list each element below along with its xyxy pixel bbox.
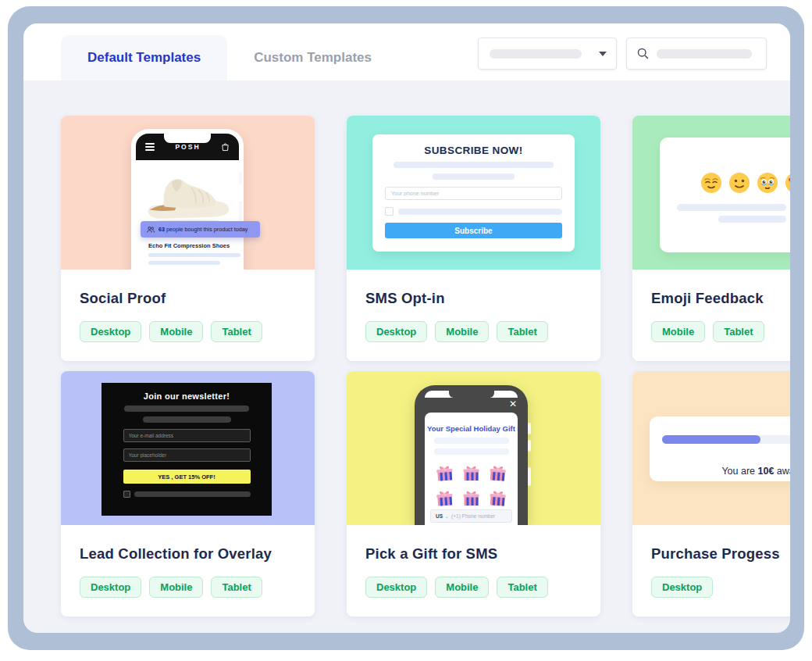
country-code[interactable]: US	[436, 513, 443, 519]
dropdown-value-skeleton	[490, 49, 582, 59]
close-icon[interactable]: ✕	[509, 399, 517, 409]
search-input[interactable]	[626, 38, 767, 70]
device-badges: Desktop Mobile Tablet	[80, 577, 296, 598]
emoji-row	[700, 172, 790, 194]
pleading-face-emoji[interactable]	[757, 172, 778, 194]
shopping-bag-icon	[221, 142, 230, 152]
template-card-social-proof[interactable]: POSH	[61, 116, 315, 361]
banner-text: 63 people bought this product today	[158, 226, 248, 233]
app-screen: Default Templates Custom Templates	[23, 23, 790, 633]
newsletter-modal: Join our newsletter! YES , GET 15% OFF!	[102, 383, 272, 516]
lead-collection-preview: Join our newsletter! YES , GET 15% OFF!	[61, 371, 315, 525]
gift-box-emoji[interactable]	[487, 487, 508, 509]
template-card-emoji-feedback[interactable]: Emoji Feedback Mobile Tablet	[632, 116, 790, 361]
text-skeleton	[433, 173, 515, 180]
template-card-sms-opt-in[interactable]: SUBSCRIBE NOW! Subscribe SMS Opt-in	[347, 116, 600, 361]
badge-tablet: Tablet	[497, 321, 547, 342]
phone-notch	[164, 134, 211, 143]
device-badges: Mobile Tablet	[651, 321, 790, 342]
text-skeleton	[143, 416, 231, 423]
gift-box-emoji[interactable]	[461, 488, 481, 508]
phone-number-input[interactable]: US ⌄ (+1) Phone number	[430, 509, 512, 523]
card-footer: SMS Opt-in Desktop Mobile Tablet	[347, 270, 600, 361]
text-skeleton	[394, 162, 554, 168]
phone-side-button	[528, 423, 531, 434]
badge-desktop: Desktop	[80, 321, 141, 342]
emoji-feedback-preview	[632, 116, 790, 270]
device-badges: Desktop Mobile Tablet	[365, 577, 582, 598]
feedback-panel	[660, 138, 790, 252]
badge-mobile: Mobile	[651, 321, 705, 342]
text-skeleton	[677, 204, 786, 211]
card-footer: Purchase Progess Desktop	[632, 525, 790, 616]
product-name: Echo Fit Compression Shoes	[148, 242, 230, 249]
slightly-smiling-face-emoji[interactable]	[728, 172, 750, 194]
subscribe-form: SUBSCRIBE NOW! Subscribe	[372, 134, 575, 252]
offer-button[interactable]: YES , GET 15% OFF!	[123, 470, 251, 484]
text-skeleton	[148, 261, 220, 265]
badge-tablet: Tablet	[211, 321, 262, 342]
phone-side-button	[239, 172, 242, 184]
caret-down-icon: ⌄	[445, 513, 449, 519]
sneaker-product-image	[138, 170, 237, 229]
heart-eyes-face-emoji[interactable]	[785, 172, 790, 194]
relieved-face-emoji[interactable]	[700, 172, 722, 194]
device-badges: Desktop Mobile Tablet	[365, 321, 582, 342]
badge-desktop: Desktop	[365, 577, 427, 598]
form-title: SUBSCRIBE NOW!	[372, 145, 575, 156]
filter-dropdown[interactable]	[478, 38, 617, 70]
social-proof-banner: 63 people bought this product today	[141, 221, 260, 238]
people-icon	[146, 225, 155, 234]
outer-frame: Default Templates Custom Templates	[8, 6, 804, 650]
text-skeleton	[434, 438, 509, 444]
template-card-pick-a-gift[interactable]: ✕ Your Special Holiday Gift	[347, 371, 600, 616]
text-skeleton	[398, 209, 562, 215]
phone-mockup: ✕ Your Special Holiday Gift	[415, 385, 528, 525]
progress-fill	[662, 435, 760, 444]
progress-panel: You are 10€ away from FRE	[650, 416, 790, 481]
progress-track	[662, 435, 790, 444]
card-footer: Pick a Gift for SMS Desktop Mobile Table…	[347, 525, 600, 616]
template-card-purchase-progress[interactable]: You are 10€ away from FRE Purchase Proge…	[632, 371, 790, 616]
gift-row	[425, 488, 518, 508]
gift-box-emoji[interactable]	[487, 462, 508, 484]
badge-mobile: Mobile	[149, 321, 203, 342]
phone-placeholder: (+1) Phone number	[451, 513, 495, 519]
card-footer: Lead Collection for Overlay Desktop Mobi…	[61, 525, 315, 616]
phone-side-button	[528, 440, 531, 452]
consent-checkbox[interactable]	[123, 491, 130, 498]
card-title: Pick a Gift for SMS	[365, 545, 582, 563]
tab-custom-templates[interactable]: Custom Templates	[227, 35, 398, 80]
pick-a-gift-preview: ✕ Your Special Holiday Gift	[347, 371, 600, 525]
tab-bar: Default Templates Custom Templates	[61, 23, 398, 80]
placeholder-input[interactable]	[123, 448, 251, 462]
template-card-lead-collection[interactable]: Join our newsletter! YES , GET 15% OFF! …	[61, 371, 315, 616]
card-title: Social Proof	[80, 290, 296, 307]
phone-app-header: POSH	[136, 134, 239, 160]
badge-tablet: Tablet	[713, 321, 764, 342]
text-skeleton	[124, 406, 249, 412]
hamburger-icon	[145, 141, 155, 152]
phone-number-input[interactable]	[385, 187, 562, 200]
toolbar	[478, 38, 767, 70]
card-title: SMS Opt-in	[365, 290, 582, 307]
purchase-progress-preview: You are 10€ away from FRE	[632, 371, 790, 525]
gift-popup: Your Special Holiday Gift	[425, 413, 518, 525]
phone-side-button	[528, 467, 531, 486]
phone-notch	[449, 391, 494, 398]
gift-box-emoji[interactable]	[434, 462, 455, 484]
badge-mobile: Mobile	[435, 577, 489, 598]
email-input[interactable]	[123, 429, 251, 442]
consent-checkbox[interactable]	[385, 207, 394, 216]
popup-title: Your Special Holiday Gift	[425, 424, 518, 433]
subscribe-button[interactable]: Subscribe	[385, 223, 562, 238]
badge-mobile: Mobile	[149, 577, 203, 598]
gift-box-emoji[interactable]	[461, 463, 481, 483]
sms-opt-in-preview: SUBSCRIBE NOW! Subscribe	[347, 116, 600, 270]
text-skeleton	[718, 216, 786, 223]
badge-desktop: Desktop	[651, 577, 713, 598]
text-skeleton	[134, 491, 251, 497]
gift-box-emoji[interactable]	[434, 487, 455, 509]
tab-default-templates[interactable]: Default Templates	[61, 35, 227, 80]
text-skeleton	[434, 448, 509, 455]
